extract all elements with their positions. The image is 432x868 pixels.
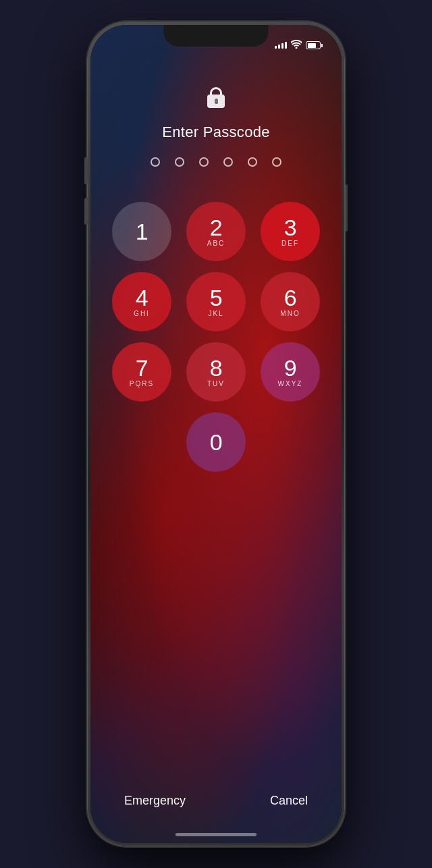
key-0-number: 0	[210, 431, 222, 454]
keypad: 1 2 ABC 3 DEF 4 GHI	[90, 202, 342, 472]
key-1-number: 1	[136, 220, 148, 243]
lock-icon-container	[204, 87, 228, 111]
signal-icon	[275, 42, 287, 49]
cancel-button[interactable]: Cancel	[270, 794, 308, 808]
key-3-number: 3	[284, 216, 296, 239]
key-1-button[interactable]: 1	[112, 202, 171, 261]
phone-inner: Enter Passcode 1 2 AB	[90, 25, 342, 843]
notch	[164, 25, 269, 47]
keypad-row-3: 7 PQRS 8 TUV 9 WXYZ	[112, 342, 320, 402]
emergency-button[interactable]: Emergency	[124, 794, 186, 808]
lock-icon	[204, 87, 228, 111]
key-5-button[interactable]: 5 JKL	[186, 272, 246, 331]
key-8-number: 8	[210, 356, 222, 379]
key-4-number: 4	[136, 286, 148, 309]
key-3-letters: DEF	[281, 240, 299, 247]
key-2-number: 2	[210, 216, 222, 239]
keypad-row-2: 4 GHI 5 JKL 6 MNO	[112, 272, 320, 331]
key-6-button[interactable]: 6 MNO	[261, 272, 320, 331]
key-2-button[interactable]: 2 ABC	[186, 202, 246, 261]
key-9-number: 9	[284, 356, 296, 379]
passcode-dot-1	[151, 157, 160, 167]
key-7-letters: PQRS	[130, 380, 154, 387]
status-icons	[275, 40, 323, 51]
key-9-button[interactable]: 9 WXYZ	[261, 342, 320, 402]
bottom-actions: Emergency Cancel	[90, 794, 342, 808]
key-2-letters: ABC	[207, 240, 225, 247]
passcode-dot-3	[199, 157, 209, 167]
passcode-title: Enter Passcode	[162, 124, 270, 141]
passcode-dots	[151, 157, 281, 167]
key-6-letters: MNO	[280, 310, 300, 317]
key-4-letters: GHI	[134, 310, 150, 317]
key-4-button[interactable]: 4 GHI	[112, 272, 171, 331]
lock-body	[207, 94, 225, 108]
key-0-button[interactable]: 0	[186, 412, 246, 472]
key-7-button[interactable]: 7 PQRS	[112, 342, 171, 402]
key-6-number: 6	[284, 286, 296, 309]
key-8-letters: TUV	[207, 380, 225, 387]
screen: Enter Passcode 1 2 AB	[90, 25, 342, 843]
passcode-dot-6	[272, 157, 281, 167]
key-3-button[interactable]: 3 DEF	[261, 202, 320, 261]
key-5-number: 5	[210, 286, 222, 309]
battery-icon	[306, 41, 323, 49]
home-indicator	[176, 833, 256, 836]
lock-keyhole	[215, 99, 218, 104]
phone-frame: Enter Passcode 1 2 AB	[88, 22, 344, 846]
passcode-dot-4	[223, 157, 233, 167]
passcode-dot-5	[248, 157, 257, 167]
key-7-number: 7	[136, 356, 148, 379]
wifi-icon	[291, 40, 302, 51]
keypad-row-4: 0	[186, 412, 246, 472]
passcode-dot-2	[175, 157, 184, 167]
key-9-letters: WXYZ	[278, 380, 303, 387]
keypad-row-1: 1 2 ABC 3 DEF	[112, 202, 320, 261]
key-8-button[interactable]: 8 TUV	[186, 342, 246, 402]
key-5-letters: JKL	[208, 310, 223, 317]
